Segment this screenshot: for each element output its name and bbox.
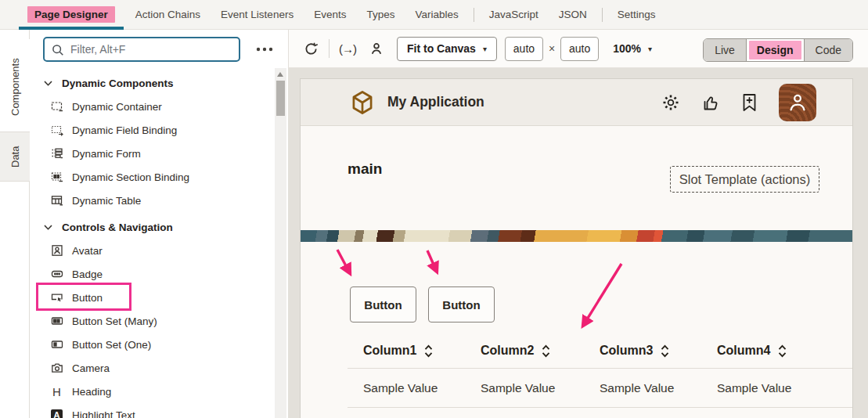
app-header: My Application: [301, 79, 852, 126]
tab-label: Page Designer: [27, 6, 115, 23]
table-header-row: Column1 Column2 Column3 Column4: [348, 333, 852, 369]
mode-design-button[interactable]: Design: [747, 39, 805, 61]
tab-divider: [602, 8, 603, 22]
app-title: My Application: [387, 94, 484, 110]
palette-item-highlight-text[interactable]: A Highlight Text: [34, 403, 269, 418]
button-set-many-icon: [50, 315, 63, 327]
table-cell: Sample Value: [481, 381, 600, 395]
sidebar-vertical-tabs: Components Data: [0, 30, 30, 418]
table-cell: Sample Value: [717, 381, 852, 395]
tab-divider: [474, 8, 474, 22]
top-tab-bar: Page Designer Action Chains Event Listen…: [0, 0, 868, 30]
component-filter-field[interactable]: [43, 37, 240, 62]
palette-item-button[interactable]: Button: [34, 286, 269, 309]
mode-code-button[interactable]: Code: [805, 39, 852, 61]
mode-switcher: Live Design Code: [703, 38, 853, 62]
canvas-toolbar: (→) Fit to Canvas ▾ × 100% ▾ Live Design…: [288, 30, 868, 68]
button-icon: [50, 291, 63, 304]
heading-icon: H: [50, 385, 63, 398]
palette-item-dynamic-table[interactable]: Dynamic Table: [34, 189, 269, 212]
column-header[interactable]: Column4: [717, 344, 852, 358]
slot-template-placeholder[interactable]: Slot Template (actions): [670, 166, 819, 193]
palette-item-button-set-one[interactable]: Button Set (One): [34, 333, 269, 356]
search-icon: [51, 43, 64, 56]
user-context-icon[interactable]: [369, 41, 384, 56]
avatar-icon: [50, 244, 63, 257]
data-table: Column1 Column2 Column3 Column4 Sample V…: [348, 333, 852, 408]
palette-item-dynamic-section-binding[interactable]: Dynamic Section Binding: [34, 165, 269, 189]
palette-item-badge[interactable]: Badge: [34, 262, 269, 286]
chevron-down-icon: ▾: [483, 45, 487, 53]
cube-logo-icon: [351, 90, 374, 115]
chevron-down-icon: [44, 81, 52, 86]
bookmark-add-icon[interactable]: [741, 93, 758, 112]
tab-settings[interactable]: Settings: [607, 0, 666, 30]
dynamic-section-binding-icon: [50, 171, 63, 183]
tab-variables[interactable]: Variables: [405, 0, 468, 30]
sidebar-scrollbar[interactable]: [275, 68, 286, 418]
palette-item-dynamic-form[interactable]: Dynamic Form: [34, 142, 269, 165]
tab-action-chains[interactable]: Action Chains: [125, 0, 211, 30]
multiply-glyph: ×: [549, 42, 555, 55]
chevron-down-icon: [44, 225, 52, 230]
palette-item-camera[interactable]: Camera: [34, 356, 269, 380]
column-header[interactable]: Column2: [481, 344, 600, 358]
canvas-width-input[interactable]: [505, 37, 543, 61]
gear-icon[interactable]: [661, 93, 680, 112]
badge-icon: [50, 268, 63, 280]
page-parameters-icon[interactable]: (→): [339, 42, 356, 56]
mode-live-button[interactable]: Live: [704, 39, 747, 61]
sort-icon[interactable]: [778, 344, 787, 358]
sort-icon[interactable]: [661, 344, 669, 358]
palette-item-dynamic-container[interactable]: Dynamic Container: [34, 95, 269, 118]
tab-javascript[interactable]: JavaScript: [479, 0, 549, 30]
zoom-dropdown[interactable]: 100% ▾: [613, 42, 652, 55]
table-cell: Sample Value: [600, 381, 717, 395]
table-row[interactable]: Sample Value Sample Value Sample Value S…: [348, 369, 852, 408]
column-header[interactable]: Column1: [363, 344, 481, 358]
palette-item-avatar[interactable]: Avatar: [34, 239, 269, 262]
dynamic-field-binding-icon: [50, 124, 63, 136]
tab-types[interactable]: Types: [356, 0, 405, 30]
section-dynamic-components[interactable]: Dynamic Components: [34, 71, 269, 95]
vertical-tab-components[interactable]: Components: [0, 39, 30, 135]
palette-item-button-set-many[interactable]: Button Set (Many): [34, 309, 269, 333]
scroll-up-icon[interactable]: [277, 72, 283, 77]
more-options-icon[interactable]: [254, 42, 276, 56]
highlight-text-icon: A: [50, 409, 63, 418]
search-input[interactable]: [70, 43, 232, 56]
refresh-icon[interactable]: [303, 41, 319, 57]
tab-page-designer[interactable]: Page Designer: [17, 0, 125, 30]
sort-icon[interactable]: [424, 344, 433, 358]
chevron-down-icon: ▾: [648, 45, 652, 53]
components-sidebar: Components Data Dynamic Components Dynam…: [0, 30, 288, 418]
dynamic-table-icon: [50, 194, 63, 207]
canvas-button-1[interactable]: Button: [350, 286, 416, 323]
tab-event-listeners[interactable]: Event Listeners: [211, 0, 304, 30]
palette-item-heading[interactable]: H Heading: [34, 380, 269, 403]
section-controls-navigation[interactable]: Controls & Navigation: [34, 215, 269, 239]
sort-icon[interactable]: [542, 344, 550, 358]
camera-icon: [50, 362, 63, 374]
user-avatar[interactable]: [779, 84, 816, 121]
dynamic-container-icon: [50, 100, 63, 113]
toolbar-divider: [329, 39, 330, 58]
decorative-banner-image: [301, 230, 852, 242]
vertical-tab-data[interactable]: Data: [0, 132, 30, 182]
tab-json[interactable]: JSON: [549, 0, 597, 30]
page-title: main: [348, 160, 382, 178]
dynamic-form-icon: [50, 147, 63, 160]
design-canvas: My Application main Sl: [288, 68, 868, 418]
column-header[interactable]: Column3: [600, 344, 717, 358]
thumbs-up-icon[interactable]: [701, 93, 720, 112]
canvas-button-2[interactable]: Button: [428, 286, 495, 323]
palette-item-dynamic-field-binding[interactable]: Dynamic Field Binding: [34, 118, 269, 142]
scrollbar-thumb[interactable]: [276, 81, 285, 116]
app-preview: My Application main Sl: [300, 78, 853, 418]
tab-events[interactable]: Events: [304, 0, 356, 30]
canvas-height-input[interactable]: [560, 37, 599, 61]
canvas-size-dropdown[interactable]: Fit to Canvas ▾: [397, 37, 497, 61]
button-set-one-icon: [50, 338, 63, 351]
component-palette: Dynamic Components Dynamic Container Dyn…: [34, 71, 269, 418]
table-cell: Sample Value: [363, 381, 481, 395]
